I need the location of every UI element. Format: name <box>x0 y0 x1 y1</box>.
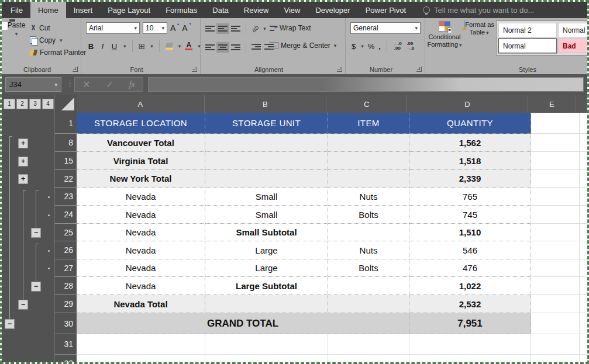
style-normal-2[interactable]: Normal 2 <box>498 23 557 37</box>
cell-e27[interactable] <box>531 259 580 277</box>
outline-collapse-button-row-30[interactable]: − <box>5 319 15 329</box>
conditional-formatting-button[interactable]: ≠ Conditional Formatting▾ <box>426 21 463 49</box>
increase-font-size-button[interactable]: A▴ <box>170 23 179 33</box>
outline-level-button-1[interactable]: 1 <box>4 99 15 109</box>
row-header-8[interactable]: 8 <box>55 134 77 152</box>
cell-e26[interactable] <box>531 241 580 259</box>
borders-button[interactable]: ⊞ <box>139 43 146 50</box>
copy-button[interactable]: Copy ▾ <box>30 34 86 46</box>
cell-e31[interactable] <box>531 334 580 355</box>
cell-a23[interactable]: Nevada <box>77 188 205 206</box>
cell-f32[interactable] <box>580 355 587 362</box>
cell-f22[interactable] <box>580 170 587 188</box>
align-top-button[interactable] <box>205 25 215 32</box>
cell-e28[interactable] <box>531 277 580 295</box>
outline-expand-button-row-8[interactable]: + <box>18 138 28 148</box>
cell-a32[interactable] <box>77 355 205 362</box>
chevron-down-icon[interactable]: ▾ <box>150 43 153 49</box>
cell-b28[interactable]: Large Subtotal <box>205 277 328 295</box>
outline-collapse-button-row-28[interactable]: − <box>31 282 41 292</box>
cell-f27[interactable] <box>580 259 587 277</box>
row-header-1[interactable]: 1 <box>55 113 77 134</box>
cell-c32[interactable] <box>328 355 409 362</box>
cell-f25[interactable] <box>580 224 587 241</box>
tab-power-pivot[interactable]: Power Pivot <box>358 2 414 18</box>
font-color-button[interactable]: A <box>185 42 192 50</box>
cell-d29[interactable]: 2,532 <box>409 295 531 313</box>
outline-expand-button-row-22[interactable]: + <box>18 174 28 184</box>
cell-c25[interactable] <box>328 224 409 241</box>
cancel-icon[interactable]: ✕ <box>82 79 90 90</box>
cell-f26[interactable] <box>580 241 587 259</box>
dialog-launcher-icon[interactable] <box>416 67 422 72</box>
cell-a24[interactable]: Nevada <box>77 206 205 224</box>
align-middle-button[interactable] <box>218 25 228 32</box>
chevron-down-icon[interactable]: ▾ <box>123 43 126 49</box>
cell-e29[interactable] <box>531 295 580 313</box>
outline-level-button-3[interactable]: 3 <box>29 99 41 109</box>
cell-f31[interactable] <box>580 334 587 355</box>
cell-f23[interactable] <box>580 188 587 206</box>
tell-me-box[interactable]: Tell me what you want to do... <box>423 2 534 18</box>
cell-a25[interactable]: Nevada <box>77 224 205 241</box>
align-bottom-button[interactable] <box>231 25 240 32</box>
grand-total-merged-cell[interactable]: GRAND TOTAL <box>77 313 409 334</box>
comma-format-button[interactable]: , <box>378 42 381 51</box>
bold-button[interactable]: B <box>87 42 95 51</box>
dialog-launcher-icon[interactable] <box>337 67 342 72</box>
cell-a27[interactable]: Nevada <box>77 259 205 277</box>
decrease-indent-button[interactable]: ← <box>252 42 261 53</box>
row-header-26[interactable]: 26 <box>55 241 77 259</box>
percent-format-button[interactable]: % <box>368 42 375 51</box>
row-header-23[interactable]: 23 <box>55 188 77 206</box>
fill-color-button[interactable] <box>166 43 173 50</box>
cell-c24[interactable]: Bolts <box>328 206 409 224</box>
chevron-down-icon[interactable]: ▾ <box>178 43 181 49</box>
cell-d22[interactable]: 2,339 <box>409 170 531 188</box>
header-cell-c[interactable]: ITEM <box>328 113 409 134</box>
align-center-button[interactable] <box>218 44 228 51</box>
cell-e23[interactable] <box>531 188 580 206</box>
cell-d31[interactable] <box>409 334 531 355</box>
cell-f24[interactable] <box>580 206 587 224</box>
tab-data[interactable]: Data <box>205 2 236 18</box>
cell-e30[interactable] <box>531 313 580 334</box>
cell-c23[interactable]: Nuts <box>328 188 409 206</box>
cell-b15[interactable] <box>205 152 328 170</box>
style-normal[interactable]: Normal <box>558 23 589 37</box>
dialog-launcher-icon[interactable] <box>192 67 197 72</box>
name-box[interactable]: J34 ▾ <box>5 77 61 92</box>
tab-developer[interactable]: Developer <box>308 2 357 18</box>
row-header-27[interactable]: 27 <box>55 259 77 277</box>
cell-b29[interactable] <box>205 295 328 313</box>
increase-decimal-button[interactable]: ←.0.00 <box>393 41 402 51</box>
cell-a29[interactable]: Nevada Total <box>77 295 205 313</box>
align-right-button[interactable] <box>231 44 240 51</box>
outline-level-button-2[interactable]: 2 <box>16 99 28 109</box>
italic-button[interactable]: I <box>99 41 106 51</box>
decrease-decimal-button[interactable]: .00→.0 <box>406 41 415 51</box>
font-size-select[interactable]: 10 ▾ <box>143 22 167 34</box>
cell-b31[interactable] <box>205 334 328 355</box>
row-header-25[interactable]: 25 <box>55 224 77 241</box>
format-as-table-button[interactable]: Format as Table▾ <box>464 21 494 37</box>
tab-file[interactable]: File <box>3 2 30 18</box>
style-bad[interactable]: Bad <box>558 39 589 53</box>
tab-review[interactable]: Review <box>236 2 277 18</box>
cell-c31[interactable] <box>328 334 409 355</box>
chevron-down-icon[interactable]: ▾ <box>361 43 364 49</box>
paste-button[interactable]: Paste ▾ <box>5 21 26 64</box>
cell-c28[interactable] <box>328 277 409 295</box>
tab-home[interactable]: Home <box>30 2 66 18</box>
select-all-corner[interactable] <box>54 95 77 113</box>
cell-f1[interactable] <box>580 113 587 134</box>
cell-b25[interactable]: Small Subtotal <box>205 224 328 241</box>
cut-button[interactable]: Cut <box>30 22 86 34</box>
row-header-24[interactable]: 24 <box>55 206 77 224</box>
cell-e32[interactable] <box>531 355 580 362</box>
insert-function-button[interactable]: fx <box>129 80 135 89</box>
cell-d26[interactable]: 546 <box>409 241 531 259</box>
cell-c22[interactable] <box>328 170 409 188</box>
cell-c15[interactable] <box>328 152 409 170</box>
row-header-29[interactable]: 29 <box>55 295 77 313</box>
